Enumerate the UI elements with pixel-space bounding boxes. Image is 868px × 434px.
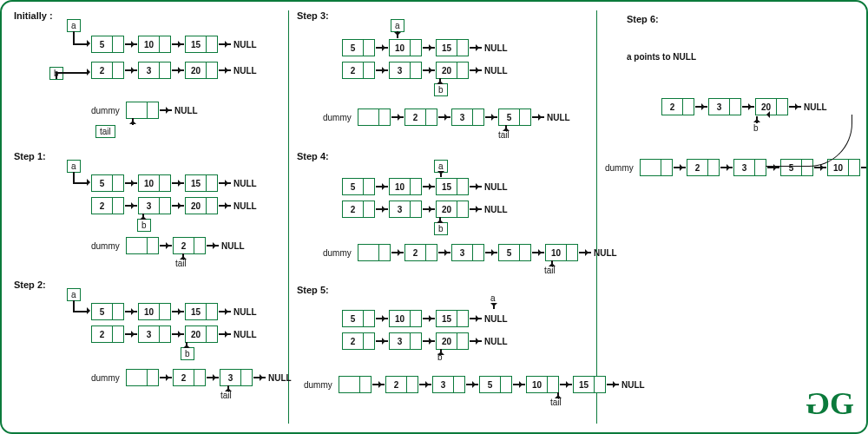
- s4-listA: 51015NULL: [342, 177, 508, 196]
- label-initially: Initially :: [14, 10, 53, 21]
- geeksforgeeks-logo: GG: [809, 385, 851, 422]
- s4-tail-arrow: [551, 260, 553, 266]
- pointer-a-box: a: [67, 19, 81, 32]
- s3-a-box: a: [391, 19, 404, 32]
- s2-a-box: a: [67, 288, 81, 301]
- chain-listB: 2320NULL: [91, 61, 257, 80]
- pointer-tail-box: tail: [95, 125, 115, 138]
- s3-listB: 2320NULL: [342, 61, 508, 80]
- s2-tail-arrow: [227, 385, 229, 391]
- diagram-frame: Initially : a 51015NULL b 2320NULL dummy…: [0, 0, 868, 434]
- s4-dummy-chain: 23510NULL: [358, 243, 617, 262]
- s6-b-arrow: [756, 116, 758, 123]
- s1-a-box: a: [67, 160, 81, 173]
- s6-note: a points to NULL: [627, 52, 696, 62]
- s2-tail: tail: [220, 391, 232, 400]
- s5-listB: 2320NULL: [342, 332, 508, 351]
- chain-dummy-init: NULL: [126, 101, 198, 120]
- s5-a-text: a: [490, 293, 496, 303]
- s5-listA: 51015NULL: [342, 309, 508, 328]
- s1-b-box: b: [137, 219, 151, 232]
- s1-listA: 51015NULL: [91, 174, 257, 193]
- s5-dummy-label: dummy: [304, 380, 332, 390]
- s6-dummy-label: dummy: [605, 163, 634, 173]
- s4-tail: tail: [544, 266, 556, 275]
- label-step6: Step 6:: [627, 14, 659, 24]
- s4-dummy-label: dummy: [323, 248, 352, 258]
- s3-tail: tail: [498, 130, 510, 140]
- label-step5: Step 5:: [297, 285, 329, 295]
- s6-b-text: b: [753, 123, 759, 133]
- s2-dummy-label: dummy: [91, 373, 120, 383]
- s1-tail: tail: [175, 259, 187, 268]
- s5-b-arrow: [440, 349, 442, 352]
- chain-listA: 51015NULL: [91, 35, 257, 54]
- s1-tail-arrow: [182, 253, 184, 259]
- s5-tail: tail: [550, 398, 562, 407]
- label-step4: Step 4:: [297, 151, 329, 161]
- s5-tail-arrow: [557, 392, 559, 398]
- s3-dummy-chain: 235NULL: [358, 108, 570, 127]
- label-step2: Step 2:: [14, 279, 46, 290]
- s6-top-chain: 2320NULL: [661, 97, 827, 116]
- column-divider-2: [596, 10, 597, 424]
- s3-b-box: b: [434, 83, 448, 96]
- s2-listB: 2320NULL: [91, 325, 257, 344]
- s3-tail-arrow: [505, 125, 507, 130]
- s3-dummy-label: dummy: [323, 113, 352, 122]
- column-divider-1: [288, 10, 289, 424]
- s4-b-box: b: [434, 222, 448, 235]
- s3-listA: 51015NULL: [342, 38, 508, 57]
- s6-dummy-chain: 2351015: [640, 158, 868, 177]
- s3-a-arrow: [397, 31, 398, 38]
- s4-b-arrow: [439, 217, 441, 222]
- tail-arrow-init: [132, 118, 134, 125]
- s2-dummy-chain: 23NULL: [126, 368, 292, 387]
- s1-listB: 2320NULL: [91, 196, 257, 215]
- label-dummy: dummy: [91, 106, 120, 115]
- s2-b-arrow: [186, 342, 187, 347]
- label-step1: Step 1:: [14, 151, 46, 161]
- s2-b-box: b: [181, 347, 194, 360]
- s4-listB: 2320NULL: [342, 200, 508, 219]
- s2-listA: 51015NULL: [91, 302, 257, 321]
- s5-dummy-chain: 2351015NULL: [339, 375, 645, 394]
- s3-b-arrow: [439, 78, 441, 83]
- label-step3: Step 3:: [297, 10, 329, 21]
- s1-b-arrow: [142, 214, 144, 219]
- s1-dummy-label: dummy: [91, 241, 120, 251]
